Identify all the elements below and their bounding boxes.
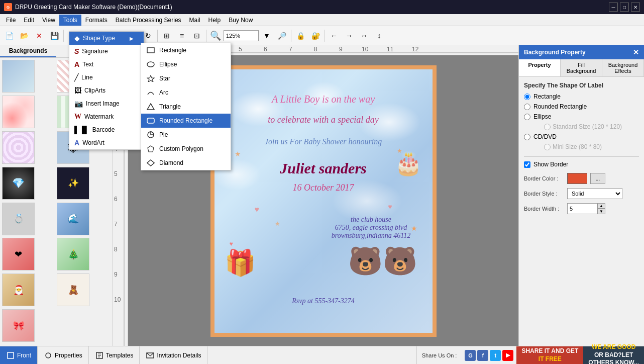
- zoom-in-button[interactable]: 🔍: [208, 29, 223, 43]
- menu-formats[interactable]: Formats: [81, 15, 112, 26]
- shape-cddvd[interactable]: CD/DVD: [524, 133, 639, 140]
- share-banner-2[interactable]: WE ARE GOOD OR BAD?LET OTHERS KNOW...: [583, 346, 644, 365]
- maximize-button[interactable]: □: [620, 3, 629, 12]
- show-border-checkbox[interactable]: [524, 161, 530, 168]
- border-style-label: Border Style :: [524, 191, 564, 197]
- menu-item-shape-type[interactable]: ◆ Shape Type ▶: [69, 32, 144, 45]
- card-canvas[interactable]: ★ ★ ♥ ♥ ★ ★ ♥ A Little Boy is on the way…: [210, 65, 437, 337]
- share-facebook-icon[interactable]: f: [477, 350, 488, 361]
- bg-item-15[interactable]: 🎀: [2, 309, 35, 342]
- lock2-button[interactable]: 🔐: [308, 29, 323, 43]
- share-banner-1[interactable]: SHARE IT AND GET IT FREE: [516, 346, 583, 365]
- close-doc-button[interactable]: ✕: [32, 29, 46, 43]
- show-border-row[interactable]: Show Border: [524, 161, 639, 168]
- menu-view[interactable]: View: [38, 15, 59, 26]
- tab-templates[interactable]: Templates: [89, 346, 140, 365]
- menu-file[interactable]: File: [2, 15, 20, 26]
- panel-close-button[interactable]: ✕: [633, 48, 639, 56]
- panel-tab-fill[interactable]: Fill Background: [561, 59, 602, 76]
- border-style-select[interactable]: Solid Dashed Dotted: [567, 188, 622, 199]
- shape-diamond-item[interactable]: Diamond: [141, 156, 231, 170]
- menu-item-barcode[interactable]: ▌▐▌ Barcode: [69, 123, 144, 136]
- menu-tools[interactable]: Tools: [59, 15, 81, 26]
- bg-item-5[interactable]: [2, 131, 35, 164]
- menu-help[interactable]: Help: [204, 15, 225, 26]
- menu-buynow[interactable]: Buy Now: [225, 15, 257, 26]
- tab-backgrounds[interactable]: Backgrounds: [0, 45, 56, 57]
- bg-item-7[interactable]: 💎: [2, 167, 35, 200]
- save-button[interactable]: 💾: [47, 29, 61, 43]
- shape-ellipse-item[interactable]: Ellipse: [141, 57, 231, 71]
- flip-h-button[interactable]: ↔: [357, 29, 371, 43]
- card-line1: A Little Boy is on the way: [225, 94, 422, 105]
- share-youtube-icon[interactable]: ▶: [502, 350, 513, 361]
- shape-pie-item[interactable]: Pie: [141, 128, 231, 142]
- menu-item-line[interactable]: ╱ Line: [69, 71, 144, 84]
- toolbar-sep-5: [325, 30, 325, 42]
- menu-item-wordart[interactable]: A WordArt: [69, 136, 144, 149]
- bg-item-13[interactable]: 🎅: [2, 274, 35, 306]
- bg-item-1[interactable]: [2, 60, 35, 93]
- shape-rectangle-item[interactable]: Rectangle: [141, 43, 231, 57]
- menu-edit[interactable]: Edit: [20, 15, 38, 26]
- arrow-right-button[interactable]: →: [342, 29, 356, 43]
- menu-item-signature[interactable]: S Signature: [69, 45, 144, 58]
- size-standard-radio[interactable]: [544, 124, 551, 130]
- open-button[interactable]: 📂: [17, 29, 31, 43]
- close-button[interactable]: ✕: [631, 3, 640, 12]
- shape-arc-item[interactable]: Arc: [141, 85, 231, 100]
- tab-front[interactable]: Front: [0, 346, 38, 365]
- border-style-row: Border Style : Solid Dashed Dotted: [524, 188, 639, 199]
- bg-item-12[interactable]: 🎄: [57, 238, 89, 270]
- grid-button[interactable]: ⊞: [160, 29, 174, 43]
- zoom-out-button[interactable]: 🔎: [275, 29, 289, 43]
- size-mini[interactable]: Mini Size (80 * 80): [544, 143, 602, 150]
- menu-item-cliparts[interactable]: 🖼 ClipArts: [69, 84, 144, 97]
- flip-v-button[interactable]: ↕: [372, 29, 386, 43]
- size-mini-radio[interactable]: [544, 144, 551, 150]
- tab-invitation[interactable]: Invitation Details: [140, 346, 207, 365]
- new-button[interactable]: 📄: [2, 29, 16, 43]
- bg-item-10[interactable]: 🌊: [57, 203, 89, 235]
- bg-item-11[interactable]: ❤: [2, 238, 35, 270]
- shape-custom-polygon-item[interactable]: Custom Polygon: [141, 142, 231, 156]
- menu-batch[interactable]: Batch Processing Series: [112, 15, 185, 26]
- bg-item-9[interactable]: 💍: [2, 203, 35, 235]
- border-width-up[interactable]: ▲: [597, 203, 605, 209]
- bg-item-14[interactable]: 🧸: [57, 274, 89, 306]
- shape-ellipse-radio[interactable]: [524, 114, 530, 120]
- bg-item-3[interactable]: [2, 96, 35, 128]
- toolbar-sep-4: [291, 30, 291, 42]
- zoom-input[interactable]: 125%: [224, 30, 259, 41]
- border-width-input[interactable]: 5: [567, 203, 597, 214]
- lock-button[interactable]: 🔒: [293, 29, 307, 43]
- shape-rectangle[interactable]: Rectangle: [524, 93, 639, 100]
- share-twitter-icon[interactable]: t: [490, 350, 501, 361]
- panel-tab-property[interactable]: Property: [519, 59, 561, 76]
- fit-button[interactable]: ⊡: [190, 29, 204, 43]
- panel-tab-effects[interactable]: Background Effects: [602, 59, 644, 76]
- shape-rounded-rect-item[interactable]: Rounded Rectangle: [141, 114, 231, 128]
- arrow-left-button[interactable]: ←: [327, 29, 341, 43]
- shape-rounded-radio[interactable]: [524, 104, 530, 110]
- zoom-dropdown-button[interactable]: ▼: [260, 29, 274, 43]
- shape-star-item[interactable]: Star: [141, 71, 231, 85]
- size-standard[interactable]: Standard Size (120 * 120): [544, 123, 622, 130]
- menu-item-insert-image[interactable]: 📷 Insert Image: [69, 97, 144, 110]
- shape-cddvd-radio[interactable]: [524, 134, 530, 140]
- border-color-swatch[interactable]: [567, 173, 587, 184]
- shape-triangle-item[interactable]: Triangle: [141, 100, 231, 114]
- menu-item-watermark[interactable]: W Watermark: [69, 110, 144, 123]
- shape-rounded[interactable]: Rounded Rectangle: [524, 103, 639, 110]
- border-width-down[interactable]: ▼: [597, 209, 605, 214]
- align-button[interactable]: ≡: [175, 29, 189, 43]
- tab-properties[interactable]: Properties: [38, 346, 89, 365]
- minimize-button[interactable]: ─: [609, 3, 618, 12]
- bg-item-8[interactable]: ✨: [57, 167, 89, 200]
- shape-ellipse[interactable]: Ellipse: [524, 113, 639, 120]
- menu-mail[interactable]: Mail: [185, 15, 204, 26]
- border-color-picker-button[interactable]: ...: [590, 173, 605, 184]
- shape-rectangle-radio[interactable]: [524, 94, 530, 100]
- menu-item-text[interactable]: A Text: [69, 58, 144, 71]
- share-google-icon[interactable]: G: [465, 350, 476, 361]
